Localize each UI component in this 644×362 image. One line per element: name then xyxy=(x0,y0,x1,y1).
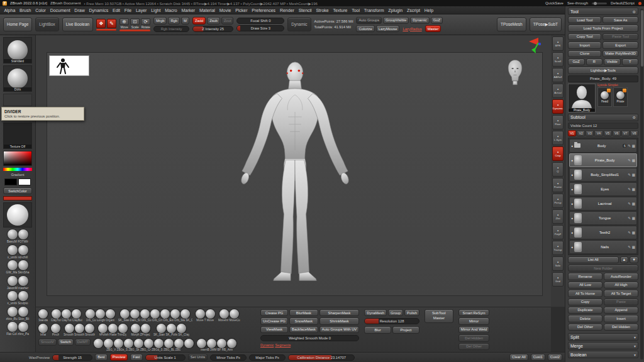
brush-option-button[interactable]: SmootV xyxy=(38,339,57,346)
material-sphere[interactable] xyxy=(8,260,18,270)
brush-thumb[interactable] xyxy=(219,309,229,319)
shelf-button[interactable]: LazyRadius xyxy=(401,26,423,31)
mask-button[interactable]: Crease PG xyxy=(260,309,288,316)
brush-thumb[interactable] xyxy=(62,309,71,319)
brush-thumb[interactable] xyxy=(180,309,190,319)
tool-action-button[interactable]: Import xyxy=(568,41,601,48)
menu-item[interactable]: Layer xyxy=(134,8,149,13)
gear-icon[interactable]: ⚙ xyxy=(633,9,636,14)
shelf-icon-button[interactable]: ▪ Q xyxy=(552,162,564,177)
brush-thumb[interactable] xyxy=(108,324,118,333)
tool-action-button[interactable]: Load Tool xyxy=(568,16,601,23)
polyframe-icon[interactable]: ▦ xyxy=(632,202,635,206)
brush-thumb[interactable] xyxy=(118,324,128,333)
material-pair[interactable]: Flat Col zbro_Pa xyxy=(2,322,33,336)
edit-object-icon[interactable]: ❖ xyxy=(96,19,106,28)
symmetry-button[interactable]: Del Other xyxy=(458,343,489,350)
tool-action-button[interactable]: Paste Tool xyxy=(602,33,638,40)
eye-icon[interactable]: ● xyxy=(571,216,573,220)
material-sphere[interactable] xyxy=(18,245,28,255)
subtool-item[interactable]: ● Eyes ✎ ▦ xyxy=(569,182,637,196)
tool-small-button[interactable]: T xyxy=(622,58,639,65)
brush-thumb[interactable] xyxy=(94,339,103,348)
default-zscript-button[interactable]: DefaultZScript xyxy=(611,1,635,5)
brush-thumb[interactable] xyxy=(96,309,105,319)
brush-thumb[interactable] xyxy=(160,309,170,319)
brush-thumb[interactable] xyxy=(164,339,174,348)
new-folder-button[interactable]: New Folder xyxy=(568,265,638,272)
brush-thumb[interactable] xyxy=(144,339,153,348)
brush-thumb[interactable] xyxy=(177,324,186,333)
visibility-tab[interactable]: V3 xyxy=(586,130,594,136)
shelf-icon-button[interactable]: ▪ Actual xyxy=(552,84,564,98)
polyframe-icon[interactable]: ▦ xyxy=(632,173,635,177)
red-link[interactable]: Segments xyxy=(275,343,291,347)
menu-item[interactable]: Document xyxy=(48,8,72,13)
subtool-item[interactable]: ● Lacrimal ✎ ▦ xyxy=(569,197,637,211)
paint-mode-button[interactable]: Rgb xyxy=(168,17,180,24)
color-picker[interactable] xyxy=(3,151,32,166)
material-pair[interactable]: GW_Ma SkinSha xyxy=(2,260,33,275)
material-pair[interactable]: x_umbi Sculpto xyxy=(2,291,33,305)
eye-icon[interactable]: ● xyxy=(571,202,573,206)
paint-mode-button[interactable]: M xyxy=(181,17,189,24)
mask-button[interactable]: UnCrease PG xyxy=(260,317,288,324)
mask-button[interactable]: BackfaceMask xyxy=(289,326,318,333)
transform-tool-button[interactable]: ⊕ Move xyxy=(119,18,129,29)
menu-item[interactable]: Stencil xyxy=(296,8,314,13)
symmetry-button[interactable]: Mirror xyxy=(458,317,489,324)
subtool-action-button[interactable]: Del Other xyxy=(568,324,602,331)
subtool-action-button[interactable]: Copy xyxy=(568,299,602,305)
material-sphere[interactable] xyxy=(8,291,18,301)
subtool-item[interactable]: ● Body_Simplified1 ✎ ▦ xyxy=(569,168,637,182)
shelf-icon-button[interactable]: ▪ Solo xyxy=(552,256,564,271)
polish-button[interactable]: Polish xyxy=(404,309,419,316)
brush-thumb[interactable] xyxy=(227,339,236,348)
shelf-icon-button[interactable]: ▪ ZInt xyxy=(552,209,564,224)
head-subtool-preview[interactable] xyxy=(507,59,523,88)
menu-item[interactable]: Material xyxy=(197,8,218,13)
tool-small-button[interactable]: Visible xyxy=(604,58,621,65)
subtool-item[interactable]: ● Teeth2 ✎ ▦ xyxy=(569,226,637,239)
minor-ticks-slider[interactable]: Minor Ticks Px xyxy=(210,354,247,361)
z-intensity-slider[interactable]: Z Intensity 25 xyxy=(192,26,233,32)
pen-icon[interactable]: ✎ xyxy=(628,187,631,191)
visibility-tab[interactable]: V4 xyxy=(594,130,602,136)
hue-strip[interactable] xyxy=(3,168,32,171)
live-boolean-button[interactable]: Live Boolean xyxy=(62,18,94,31)
menu-item[interactable]: Render xyxy=(278,8,297,13)
pen-icon[interactable]: ✎ xyxy=(628,216,631,220)
brush-thumb[interactable] xyxy=(170,309,180,319)
shelf-icon-button[interactable]: ▪ AAHalf xyxy=(552,68,564,82)
brush-thumb[interactable] xyxy=(51,324,60,333)
menu-item[interactable]: Edit xyxy=(111,8,123,13)
pen-icon[interactable]: ✎ xyxy=(628,202,631,206)
shelf-icon-button[interactable]: ▪ Crop xyxy=(552,146,564,161)
tool-action-button[interactable]: Copy Tool xyxy=(568,33,601,40)
viewport[interactable] xyxy=(36,35,551,307)
shelf-button[interactable]: Auto Groups xyxy=(356,17,382,24)
brush-thumb[interactable] xyxy=(206,309,215,319)
units-scale-slider[interactable]: Units Scale 1 xyxy=(145,354,186,361)
sculpt-mode-button[interactable]: Zcut xyxy=(221,17,233,24)
major-ticks-slider[interactable]: Major Ticks Px xyxy=(249,354,286,361)
brush-thumb[interactable] xyxy=(196,309,205,319)
brush-thumb[interactable] xyxy=(106,309,115,319)
tool-small-button[interactable]: GoZ xyxy=(568,58,585,65)
eye-icon[interactable]: ● xyxy=(571,245,573,249)
menu-item[interactable]: Draw xyxy=(72,8,87,13)
material-pair[interactable]: BasicM FOTWlr xyxy=(2,229,33,244)
brush-thumb[interactable] xyxy=(86,309,95,319)
shelf-button[interactable]: Master xyxy=(425,25,441,32)
brush-thumb[interactable] xyxy=(167,324,176,333)
visibility-tab[interactable]: V8 xyxy=(630,130,638,136)
active-tool-thumbnail[interactable]: Pirate_Body xyxy=(568,84,596,112)
subtool-header[interactable]: Subtool ⚙ xyxy=(568,114,638,121)
tool-action-button[interactable]: Load Tools From Project xyxy=(568,25,638,31)
shelf-button[interactable]: Colorize xyxy=(356,25,374,32)
quicksave-button[interactable]: QuickSave xyxy=(545,1,564,5)
recent-tool-thumbnail[interactable]: Head xyxy=(597,87,612,107)
transform-tool-button[interactable]: ⟳ Rotate xyxy=(141,18,150,29)
shelf-icon-button[interactable]: ▪ Floor xyxy=(552,115,564,129)
home-page-button[interactable]: Home Page xyxy=(3,18,32,31)
